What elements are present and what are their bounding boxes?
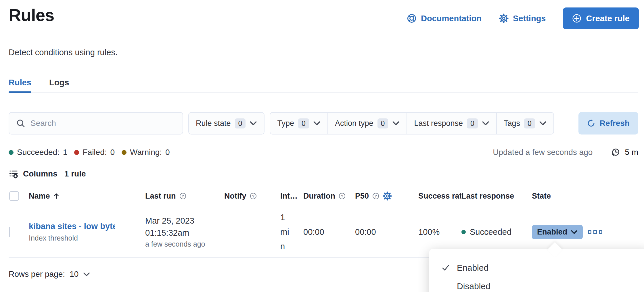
tab-rules[interactable]: Rules xyxy=(9,78,31,93)
filter-action-type-count: 0 xyxy=(377,118,388,128)
search-input[interactable] xyxy=(30,119,176,128)
filter-group-rule-state: Rule state 0 xyxy=(188,112,264,135)
rule-name-link[interactable]: kibana sites - low byte xyxy=(29,222,115,231)
filter-rule-state-count: 0 xyxy=(235,118,246,128)
interval-cell: 1 min xyxy=(280,210,303,254)
state-menu-item-enabled[interactable]: Enabled xyxy=(429,259,644,277)
table-header-row: Name Last run Notify Int… Duration P50 S… xyxy=(9,186,635,206)
rule-count: 1 rule xyxy=(64,169,86,178)
p50-cell: 00:00 xyxy=(355,227,418,237)
rules-page: Rules Documentation Settings Create rule… xyxy=(0,0,644,292)
chevron-down-icon xyxy=(539,121,547,126)
chevron-down-icon xyxy=(571,230,578,234)
state-menu-item-disabled[interactable]: Disabled xyxy=(429,277,644,292)
filter-action-type[interactable]: Action type 0 xyxy=(327,113,407,134)
filter-last-response-label: Last response xyxy=(414,119,463,128)
columns-label: Columns xyxy=(23,169,57,178)
rule-name-cell: kibana sites - low byte Index threshold xyxy=(29,222,145,242)
help-icon[interactable] xyxy=(372,193,379,199)
warning-dot-icon xyxy=(122,150,126,155)
column-header-last-run: Last run xyxy=(145,192,224,201)
settings-label: Settings xyxy=(513,14,546,23)
last-run-time: 01:15:32am xyxy=(145,227,224,239)
refresh-interval-button[interactable]: 5 m xyxy=(611,148,638,157)
filter-tags-count: 0 xyxy=(524,118,535,128)
tab-logs[interactable]: Logs xyxy=(49,78,69,93)
chevron-down-icon xyxy=(392,121,400,126)
status-warning: Warning: 0 xyxy=(122,148,170,157)
succeeded-label: Succeeded: xyxy=(17,148,60,157)
column-header-name[interactable]: Name xyxy=(29,192,145,201)
refresh-button[interactable]: Refresh xyxy=(578,112,638,135)
state-cell: Enabled xyxy=(532,225,585,239)
state-dropdown-button[interactable]: Enabled xyxy=(532,225,583,239)
boxes-horizontal-icon xyxy=(593,230,597,234)
chevron-down-icon xyxy=(250,121,257,126)
column-config-gear-icon[interactable] xyxy=(383,191,392,201)
chevron-down-icon xyxy=(83,272,90,276)
updated-text: Updated a few seconds ago xyxy=(493,148,593,157)
filter-rule-state-label: Rule state xyxy=(196,119,231,128)
refresh-interval-value: 5 m xyxy=(625,148,638,157)
filter-type-label: Type xyxy=(277,119,294,128)
last-response-value: Succeeded xyxy=(470,227,511,237)
rows-per-page-value: 10 xyxy=(70,270,78,279)
filter-group-main: Type 0 Action type 0 Last response 0 Tag… xyxy=(270,112,554,135)
status-succeeded: Succeeded: 1 xyxy=(9,148,67,157)
failed-label: Failed: xyxy=(83,148,107,157)
help-icon[interactable] xyxy=(339,193,346,199)
last-run-cell: Mar 25, 2023 01:15:32am a few seconds ag… xyxy=(145,215,224,249)
succeeded-dot-icon xyxy=(9,150,14,155)
filter-tags-label: Tags xyxy=(504,119,520,128)
last-response-cell: Succeeded xyxy=(461,227,532,237)
filter-rule-state[interactable]: Rule state 0 xyxy=(189,113,264,134)
help-icon[interactable] xyxy=(250,193,257,199)
column-header-last-response: Last response xyxy=(461,192,532,201)
status-bar: Succeeded: 1 Failed: 0 Warning: 0 Update… xyxy=(9,148,638,157)
column-header-notify: Notify xyxy=(224,192,280,201)
success-ratio-cell: 100% xyxy=(418,227,461,237)
chevron-down-icon xyxy=(482,121,489,126)
failed-dot-icon xyxy=(74,150,79,155)
filter-action-type-label: Action type xyxy=(335,119,373,128)
plus-circle-icon xyxy=(572,14,581,23)
settings-link[interactable]: Settings xyxy=(499,14,546,23)
warning-count: 0 xyxy=(165,148,170,157)
last-run-date: Mar 25, 2023 xyxy=(145,215,224,227)
select-all-checkbox[interactable] xyxy=(9,191,19,201)
rows-per-page-label: Rows per page: xyxy=(9,270,65,279)
clock-refresh-icon xyxy=(611,148,620,157)
columns-icon xyxy=(9,169,18,179)
state-menu-enabled-label: Enabled xyxy=(457,263,488,273)
row-checkbox[interactable] xyxy=(9,227,10,237)
boxes-horizontal-icon xyxy=(599,230,602,234)
column-header-duration: Duration xyxy=(303,192,355,201)
chevron-down-icon xyxy=(313,121,321,126)
filter-tags[interactable]: Tags 0 xyxy=(496,113,553,134)
page-title: Rules xyxy=(9,6,54,25)
warning-label: Warning: xyxy=(130,148,162,157)
status-right: Updated a few seconds ago 5 m xyxy=(493,148,638,157)
create-rule-button[interactable]: Create rule xyxy=(563,7,639,29)
filter-last-response-count: 0 xyxy=(467,118,478,128)
header-actions: Documentation Settings Create rule xyxy=(407,7,639,29)
filter-type[interactable]: Type 0 xyxy=(270,113,327,134)
column-header-p50: P50 xyxy=(355,191,418,201)
succeeded-dot-icon xyxy=(461,230,466,234)
refresh-label: Refresh xyxy=(600,119,630,128)
rules-toolbar: Rule state 0 Type 0 Action type 0 Last r… xyxy=(9,112,638,135)
page-header: Rules Documentation Settings Create rule xyxy=(0,0,644,29)
row-actions-button[interactable] xyxy=(588,230,602,234)
help-icon[interactable] xyxy=(179,193,186,199)
page-subtitle: Detect conditions using rules. xyxy=(9,48,644,57)
boxes-horizontal-icon xyxy=(588,230,591,234)
search-icon xyxy=(16,119,25,128)
columns-button[interactable]: Columns xyxy=(9,169,57,179)
rows-per-page-button[interactable]: Rows per page: 10 xyxy=(9,270,90,279)
state-menu-disabled-label: Disabled xyxy=(457,281,490,291)
column-header-success-ratio: Success rate xyxy=(418,192,461,201)
lifering-icon xyxy=(407,14,417,23)
documentation-link[interactable]: Documentation xyxy=(407,14,482,23)
state-value: Enabled xyxy=(537,228,567,237)
filter-last-response[interactable]: Last response 0 xyxy=(407,113,496,134)
